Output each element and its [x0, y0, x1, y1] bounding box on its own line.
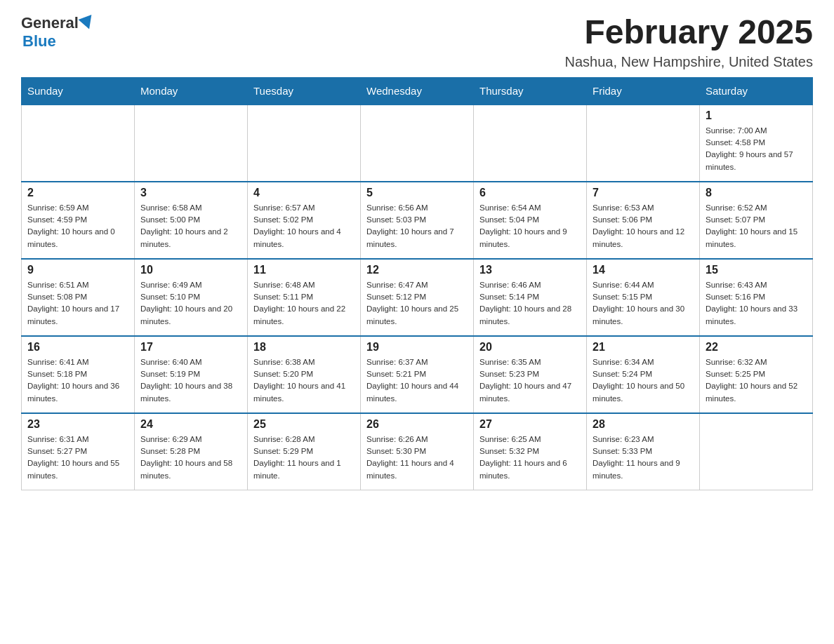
- logo-blue-text: Blue: [22, 32, 56, 51]
- calendar-day-cell: 2Sunrise: 6:59 AM Sunset: 4:59 PM Daylig…: [22, 182, 135, 259]
- logo-general-text: General: [21, 14, 79, 32]
- calendar-day-cell: 5Sunrise: 6:56 AM Sunset: 5:03 PM Daylig…: [361, 182, 474, 259]
- calendar-day-cell: 14Sunrise: 6:44 AM Sunset: 5:15 PM Dayli…: [587, 259, 700, 336]
- calendar-day-cell: 13Sunrise: 6:46 AM Sunset: 5:14 PM Dayli…: [474, 259, 587, 336]
- day-number: 17: [140, 341, 241, 354]
- calendar-day-cell: [135, 105, 248, 182]
- calendar-day-cell: 25Sunrise: 6:28 AM Sunset: 5:29 PM Dayli…: [248, 413, 361, 490]
- calendar-day-cell: 21Sunrise: 6:34 AM Sunset: 5:24 PM Dayli…: [587, 336, 700, 413]
- calendar-day-header: Wednesday: [361, 77, 474, 105]
- day-info: Sunrise: 6:56 AM Sunset: 5:03 PM Dayligh…: [366, 202, 468, 250]
- day-number: 5: [366, 187, 468, 199]
- calendar-header-row: SundayMondayTuesdayWednesdayThursdayFrid…: [22, 77, 813, 105]
- day-info: Sunrise: 6:51 AM Sunset: 5:08 PM Dayligh…: [27, 279, 128, 328]
- calendar-day-cell: 8Sunrise: 6:52 AM Sunset: 5:07 PM Daylig…: [700, 182, 813, 259]
- day-number: 14: [593, 264, 694, 276]
- day-number: 20: [479, 341, 581, 354]
- day-info: Sunrise: 6:26 AM Sunset: 5:30 PM Dayligh…: [366, 434, 468, 482]
- day-info: Sunrise: 6:35 AM Sunset: 5:23 PM Dayligh…: [479, 356, 581, 405]
- day-info: Sunrise: 6:52 AM Sunset: 5:07 PM Dayligh…: [706, 202, 807, 250]
- calendar-day-cell: 26Sunrise: 6:26 AM Sunset: 5:30 PM Dayli…: [361, 413, 474, 490]
- calendar-day-cell: 7Sunrise: 6:53 AM Sunset: 5:06 PM Daylig…: [587, 182, 700, 259]
- calendar-day-cell: [700, 413, 813, 490]
- day-number: 10: [140, 264, 241, 276]
- day-info: Sunrise: 6:57 AM Sunset: 5:02 PM Dayligh…: [253, 202, 355, 250]
- calendar-day-header: Monday: [135, 77, 248, 105]
- day-number: 26: [366, 418, 468, 431]
- day-info: Sunrise: 6:31 AM Sunset: 5:27 PM Dayligh…: [27, 434, 128, 482]
- day-number: 23: [27, 418, 128, 431]
- day-info: Sunrise: 6:46 AM Sunset: 5:14 PM Dayligh…: [479, 279, 581, 328]
- day-number: 21: [593, 341, 694, 354]
- calendar-day-cell: [22, 105, 135, 182]
- day-info: Sunrise: 7:00 AM Sunset: 4:58 PM Dayligh…: [706, 125, 807, 173]
- calendar-day-cell: [587, 105, 700, 182]
- month-title: February 2025: [565, 14, 814, 51]
- calendar-day-cell: 9Sunrise: 6:51 AM Sunset: 5:08 PM Daylig…: [22, 259, 135, 336]
- day-number: 18: [253, 341, 355, 354]
- day-info: Sunrise: 6:23 AM Sunset: 5:33 PM Dayligh…: [593, 434, 694, 482]
- calendar-day-cell: 22Sunrise: 6:32 AM Sunset: 5:25 PM Dayli…: [700, 336, 813, 413]
- calendar-day-cell: 28Sunrise: 6:23 AM Sunset: 5:33 PM Dayli…: [587, 413, 700, 490]
- day-number: 22: [706, 341, 807, 354]
- calendar-day-cell: 17Sunrise: 6:40 AM Sunset: 5:19 PM Dayli…: [135, 336, 248, 413]
- day-number: 1: [706, 109, 807, 122]
- day-number: 25: [253, 418, 355, 431]
- calendar-day-cell: 4Sunrise: 6:57 AM Sunset: 5:02 PM Daylig…: [248, 182, 361, 259]
- day-number: 8: [706, 187, 807, 199]
- calendar-day-cell: 18Sunrise: 6:38 AM Sunset: 5:20 PM Dayli…: [248, 336, 361, 413]
- calendar-day-cell: 23Sunrise: 6:31 AM Sunset: 5:27 PM Dayli…: [22, 413, 135, 490]
- day-info: Sunrise: 6:48 AM Sunset: 5:11 PM Dayligh…: [253, 279, 355, 328]
- title-section: February 2025 Nashua, New Hampshire, Uni…: [565, 14, 814, 70]
- calendar-day-cell: 1Sunrise: 7:00 AM Sunset: 4:58 PM Daylig…: [700, 105, 813, 182]
- calendar-week-row: 9Sunrise: 6:51 AM Sunset: 5:08 PM Daylig…: [22, 259, 813, 336]
- day-number: 19: [366, 341, 468, 354]
- day-info: Sunrise: 6:32 AM Sunset: 5:25 PM Dayligh…: [706, 356, 807, 405]
- calendar-table: SundayMondayTuesdayWednesdayThursdayFrid…: [21, 77, 813, 491]
- calendar-week-row: 16Sunrise: 6:41 AM Sunset: 5:18 PM Dayli…: [22, 336, 813, 413]
- day-info: Sunrise: 6:44 AM Sunset: 5:15 PM Dayligh…: [593, 279, 694, 328]
- day-number: 9: [27, 264, 128, 276]
- calendar-day-cell: 12Sunrise: 6:47 AM Sunset: 5:12 PM Dayli…: [361, 259, 474, 336]
- calendar-day-cell: 10Sunrise: 6:49 AM Sunset: 5:10 PM Dayli…: [135, 259, 248, 336]
- calendar-day-cell: 27Sunrise: 6:25 AM Sunset: 5:32 PM Dayli…: [474, 413, 587, 490]
- calendar-day-header: Friday: [587, 77, 700, 105]
- logo-triangle-icon: [78, 15, 95, 32]
- calendar-week-row: 2Sunrise: 6:59 AM Sunset: 4:59 PM Daylig…: [22, 182, 813, 259]
- calendar-day-cell: [474, 105, 587, 182]
- calendar-day-cell: 16Sunrise: 6:41 AM Sunset: 5:18 PM Dayli…: [22, 336, 135, 413]
- day-info: Sunrise: 6:47 AM Sunset: 5:12 PM Dayligh…: [366, 279, 468, 328]
- day-info: Sunrise: 6:38 AM Sunset: 5:20 PM Dayligh…: [253, 356, 355, 405]
- day-number: 7: [593, 187, 694, 199]
- calendar-day-cell: 19Sunrise: 6:37 AM Sunset: 5:21 PM Dayli…: [361, 336, 474, 413]
- day-info: Sunrise: 6:53 AM Sunset: 5:06 PM Dayligh…: [593, 202, 694, 250]
- day-info: Sunrise: 6:59 AM Sunset: 4:59 PM Dayligh…: [27, 202, 128, 250]
- calendar-day-header: Sunday: [22, 77, 135, 105]
- day-number: 4: [253, 187, 355, 199]
- day-info: Sunrise: 6:25 AM Sunset: 5:32 PM Dayligh…: [479, 434, 581, 482]
- day-number: 2: [27, 187, 128, 199]
- calendar-week-row: 23Sunrise: 6:31 AM Sunset: 5:27 PM Dayli…: [22, 413, 813, 490]
- day-number: 24: [140, 418, 241, 431]
- logo: General Blue: [21, 14, 95, 51]
- day-info: Sunrise: 6:29 AM Sunset: 5:28 PM Dayligh…: [140, 434, 241, 482]
- day-info: Sunrise: 6:34 AM Sunset: 5:24 PM Dayligh…: [593, 356, 694, 405]
- day-number: 6: [479, 187, 581, 199]
- calendar-day-cell: 6Sunrise: 6:54 AM Sunset: 5:04 PM Daylig…: [474, 182, 587, 259]
- day-info: Sunrise: 6:37 AM Sunset: 5:21 PM Dayligh…: [366, 356, 468, 405]
- location-subtitle: Nashua, New Hampshire, United States: [565, 54, 814, 70]
- day-number: 28: [593, 418, 694, 431]
- day-number: 3: [140, 187, 241, 199]
- calendar-day-cell: 3Sunrise: 6:58 AM Sunset: 5:00 PM Daylig…: [135, 182, 248, 259]
- calendar-day-header: Saturday: [700, 77, 813, 105]
- calendar-day-cell: 24Sunrise: 6:29 AM Sunset: 5:28 PM Dayli…: [135, 413, 248, 490]
- day-number: 27: [479, 418, 581, 431]
- day-number: 15: [706, 264, 807, 276]
- calendar-day-cell: 11Sunrise: 6:48 AM Sunset: 5:11 PM Dayli…: [248, 259, 361, 336]
- day-info: Sunrise: 6:49 AM Sunset: 5:10 PM Dayligh…: [140, 279, 241, 328]
- calendar-day-header: Thursday: [474, 77, 587, 105]
- calendar-day-cell: [248, 105, 361, 182]
- calendar-day-cell: 15Sunrise: 6:43 AM Sunset: 5:16 PM Dayli…: [700, 259, 813, 336]
- day-info: Sunrise: 6:58 AM Sunset: 5:00 PM Dayligh…: [140, 202, 241, 250]
- day-info: Sunrise: 6:40 AM Sunset: 5:19 PM Dayligh…: [140, 356, 241, 405]
